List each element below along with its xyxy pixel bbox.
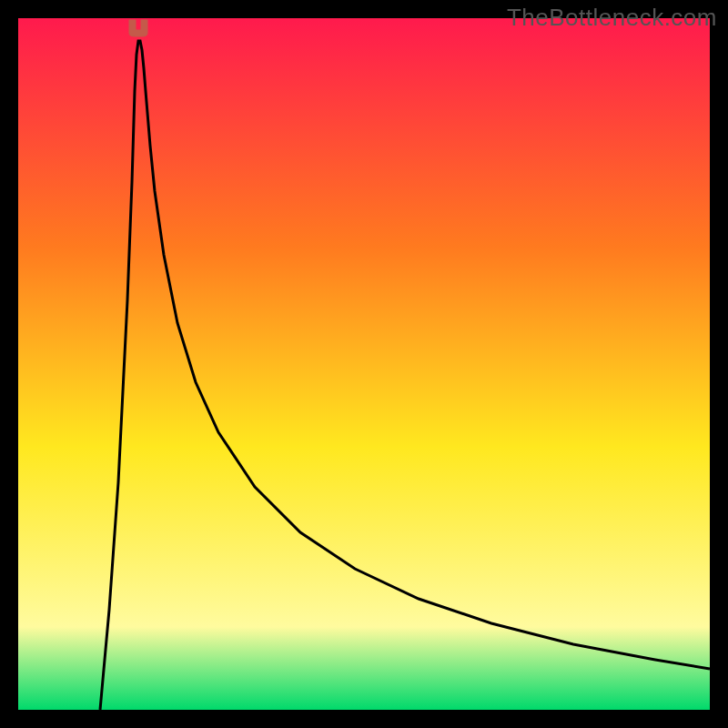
chart-frame: TheBottleneck.com: [0, 0, 728, 728]
bottleneck-chart: [0, 0, 728, 728]
watermark-text: TheBottleneck.com: [507, 4, 717, 32]
plot-background: [18, 18, 710, 710]
